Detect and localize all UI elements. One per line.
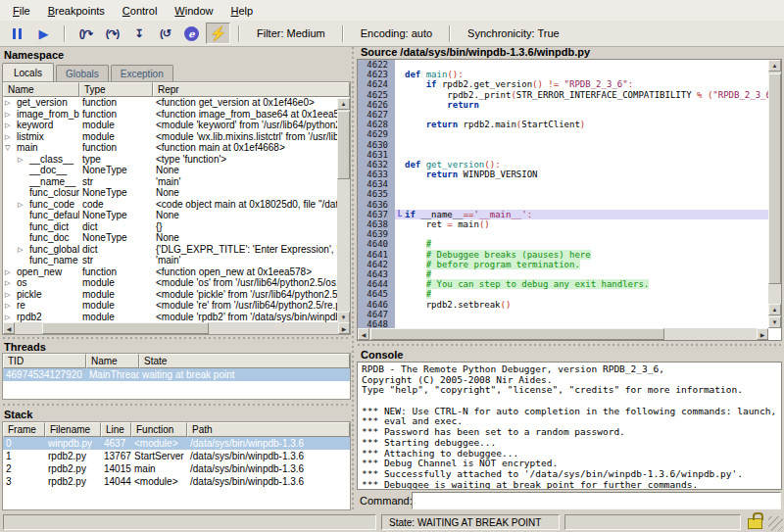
namespace-row[interactable]: ▽mainfunction<function main at 0x1ef4668… [3, 142, 337, 154]
code-line[interactable]: 4626 return [358, 100, 768, 110]
code-line[interactable]: 4631 [358, 150, 768, 160]
expand-arrow-icon[interactable]: ▷ [5, 300, 17, 312]
break-button[interactable] [5, 23, 29, 44]
namespace-row[interactable]: ▷listmixmodule<module 'wx.lib.mixins.lis… [3, 131, 337, 143]
code-line[interactable]: 4622 [358, 60, 768, 70]
namespace-row[interactable]: ▷__class__type<type 'function'> [3, 154, 337, 166]
expand-arrow-icon[interactable]: ▷ [5, 109, 17, 121]
code-line[interactable]: 4642 # before program termination. [358, 260, 768, 269]
exception-mode-button[interactable]: e [179, 23, 204, 44]
stack-row[interactable]: 2rpdb2.py14015main/data/sys/bin/winpdb-1… [3, 462, 350, 475]
code-line[interactable]: 4632def get_version(): [358, 160, 768, 169]
step-out-button[interactable]: ()↷ [74, 23, 98, 44]
namespace-vscrollbar[interactable]: ▲ ▼ [337, 98, 350, 323]
code-line[interactable]: 4640 # [358, 239, 768, 249]
code-line[interactable]: 4647 [358, 310, 768, 319]
scroll-left-icon[interactable]: ◀ [3, 322, 15, 334]
expand-arrow-icon[interactable]: ▷ [5, 131, 17, 143]
code-line[interactable]: 4633 return WINPDB_VERSION [358, 169, 768, 179]
scroll-thumb[interactable] [768, 73, 781, 284]
expand-arrow-icon[interactable]: ▷ [5, 289, 17, 301]
command-input[interactable] [412, 492, 781, 509]
goto-button[interactable]: (↺ [153, 23, 177, 44]
stack-row[interactable]: 0winpdb.py4637<module>/data/sys/bin/winp… [3, 437, 350, 450]
threads-splitter[interactable] [2, 336, 351, 341]
code-line[interactable]: 4643 # [358, 269, 768, 279]
code-line[interactable]: 4627 [358, 110, 768, 120]
scroll-right-icon[interactable]: ▶ [338, 322, 350, 334]
scroll-right-icon[interactable]: ▶ [757, 328, 768, 340]
thread-row[interactable]: 46974534127920MainThreadwaiting at break… [3, 368, 350, 381]
scroll-down-icon[interactable]: ▼ [768, 316, 781, 328]
expand-arrow-icon[interactable]: ▷ [18, 154, 29, 166]
code-line[interactable]: 4636 [358, 200, 768, 210]
code-line[interactable]: 4646 rpdb2.setbreak() [358, 300, 768, 310]
namespace-row[interactable]: ▷rpdb2module<module 'rpdb2' from '/data/… [3, 312, 337, 323]
namespace-row[interactable]: __doc__NoneTypeNone [3, 165, 337, 176]
vertical-splitter[interactable] [351, 46, 356, 511]
console-splitter[interactable] [357, 343, 782, 348]
expand-arrow-icon[interactable]: ▷ [5, 277, 17, 289]
menu-item-control[interactable]: Control [114, 2, 166, 20]
collapse-arrow-icon[interactable]: ▽ [5, 142, 17, 154]
code-line[interactable]: 4630 [358, 140, 768, 150]
column-header-frame[interactable]: Frame [3, 422, 45, 437]
tab-exception[interactable]: Exception [111, 65, 173, 81]
column-header-filename[interactable]: Filename [45, 422, 101, 437]
namespace-row[interactable]: ▷func_codecode<code object main at 0x180… [3, 199, 337, 211]
code-line[interactable]: 4629 [358, 129, 768, 139]
code-line[interactable]: 4641 # Debuggee breaks (pauses) here [358, 250, 768, 260]
tab-locals[interactable]: Locals [2, 63, 54, 81]
code-line[interactable]: 4644 # You can step to debug any exit ha… [358, 279, 768, 289]
column-header-repr[interactable]: Repr [153, 82, 350, 97]
step-into-button[interactable]: ↧ [126, 23, 151, 44]
console-output[interactable]: RPDB - The Remote Python Debugger, versi… [357, 362, 782, 490]
scroll-left-icon[interactable]: ◀ [358, 328, 369, 340]
column-header-name[interactable]: Name [86, 354, 139, 368]
code-line[interactable]: 4628 return rpdb2.main(StartClient) [358, 120, 768, 129]
column-header-path[interactable]: Path [187, 422, 350, 437]
namespace-row[interactable]: func_defaulNoneTypeNone [3, 210, 337, 221]
resize-grip[interactable] [768, 516, 783, 531]
tab-globals[interactable]: Globals [56, 65, 109, 81]
stack-splitter[interactable] [2, 403, 351, 408]
scroll-up-icon[interactable]: ▲ [337, 98, 350, 110]
source-vscrollbar[interactable]: ▲ ▲ ▼ [768, 60, 781, 328]
expand-arrow-icon[interactable]: ▷ [18, 244, 29, 256]
code-line[interactable]: 4623def main(): [358, 70, 768, 79]
scroll-thumb[interactable] [42, 322, 209, 334]
stack-row[interactable]: 1rpdb2.py13767StartServer/data/sys/bin/w… [3, 450, 350, 462]
column-header-tid[interactable]: TID [3, 354, 86, 368]
namespace-row[interactable]: ▷open_newfunction<function open_new at 0… [3, 266, 337, 278]
column-header-function[interactable]: Function [131, 422, 187, 437]
column-header-type[interactable]: Type [79, 82, 153, 97]
expand-arrow-icon[interactable]: ▷ [5, 120, 17, 131]
code-line[interactable]: 4645 # [358, 289, 768, 299]
code-line[interactable]: 4637Lif __name__=='__main__': [358, 210, 768, 219]
menu-item-help[interactable]: Help [221, 2, 262, 20]
expand-arrow-icon[interactable]: ▷ [5, 312, 17, 323]
namespace-row[interactable]: func_closurNoneTypeNone [3, 187, 337, 199]
namespace-row[interactable]: func_dictdict{} [3, 221, 337, 233]
menu-item-breakpoints[interactable]: Breakpoints [39, 2, 114, 20]
namespace-row[interactable]: ▷osmodule<module 'os' from '/usr/lib64/p… [3, 277, 337, 289]
code-line[interactable]: 4634 [358, 179, 768, 189]
namespace-row[interactable]: ▷func_globaldict{'DLG_EXPR_TITLE': 'Ente… [3, 244, 337, 256]
scroll-thumb[interactable] [370, 328, 664, 340]
code-line[interactable]: 4635 [358, 189, 768, 199]
code-line[interactable]: 4638 ret = main() [358, 219, 768, 229]
scroll-thumb[interactable] [337, 111, 350, 179]
namespace-row[interactable]: ▷keywordmodule<module 'keyword' from '/u… [3, 120, 337, 131]
namespace-row[interactable]: func_namestr'main' [3, 255, 337, 266]
step-over-button[interactable]: (↷) [100, 23, 124, 44]
go-button[interactable]: ▶ [31, 23, 56, 44]
namespace-row[interactable]: func_docNoneTypeNone [3, 232, 337, 244]
source-hscrollbar[interactable]: ◀ ▶ [358, 328, 768, 340]
namespace-hscrollbar[interactable]: ◀ ▶ [3, 322, 350, 334]
scroll-up-icon[interactable]: ▲ [768, 60, 781, 72]
code-line[interactable]: 4624 if rpdb2.get_version() != "RPDB_2_3… [358, 79, 768, 89]
expand-arrow-icon[interactable]: ▷ [18, 199, 29, 211]
scroll-up-icon[interactable]: ▲ [768, 304, 781, 315]
code-line[interactable]: 4625 rpdb2._print(STR_ERROR_INTERFACE_CO… [358, 90, 768, 100]
synchronicity-button[interactable]: ⚡ [206, 23, 230, 44]
